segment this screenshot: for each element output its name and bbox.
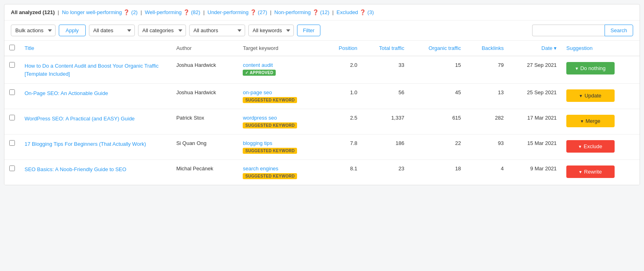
title-link[interactable]: On-Page SEO: An Actionable Guide [25, 90, 108, 96]
suggestion-button[interactable]: Exclude [566, 140, 615, 153]
content-table: Title Author Target keyword Position Tot… [4, 41, 640, 185]
row-organic-traffic: 18 [409, 160, 466, 185]
row-total-traffic: 1,337 [362, 109, 409, 134]
chevron-down-icon [579, 143, 581, 149]
row-date: 27 Sep 2021 [509, 56, 562, 84]
row-checkbox-cell [4, 84, 20, 109]
row-organic-traffic: 15 [409, 56, 466, 84]
bulk-actions-select[interactable]: Bulk actions Delete Merge [11, 25, 56, 36]
row-total-traffic: 33 [362, 56, 409, 84]
row-checkbox-cell [4, 160, 20, 185]
col-keyword: Target keyword [238, 41, 324, 56]
stat-no-longer-well[interactable]: No longer well-performing ❓ (2) [62, 9, 139, 15]
row-title: How to Do a Content Audit and Boost Your… [20, 56, 171, 84]
row-keyword: content audit ✓ APPROVED [238, 56, 324, 84]
row-organic-traffic: 615 [409, 109, 466, 134]
all-authors-select[interactable]: All authors Joshua Hardwick Patrick Stox… [189, 25, 245, 36]
row-author: Joshua Hardwick [171, 56, 238, 84]
col-total-traffic[interactable]: Total traffic [362, 41, 409, 56]
row-checkbox[interactable] [9, 62, 15, 68]
chevron-down-icon [581, 118, 583, 124]
keyword-link[interactable]: wordpress seo [243, 115, 277, 121]
keyword-link[interactable]: on-page seo [243, 89, 272, 95]
col-backlinks[interactable]: Backlinks [466, 41, 508, 56]
row-checkbox-cell [4, 56, 20, 84]
row-suggestion: Update [561, 84, 640, 109]
row-author: Si Quan Ong [171, 134, 238, 160]
stat-well-performing[interactable]: Well-performing ❓ (82) [145, 9, 202, 15]
stats-bar: All analyzed (121) | No longer well-perf… [4, 4, 640, 21]
row-date: 9 Mar 2021 [509, 160, 562, 185]
filter-button[interactable]: Filter [297, 25, 321, 36]
search-input[interactable] [532, 25, 605, 36]
col-author: Author [171, 41, 238, 56]
table-row: How to Do a Content Audit and Boost Your… [4, 56, 640, 84]
suggestion-label: Rewrite [584, 169, 602, 175]
row-keyword: wordpress seo SUGGESTED KEYWORD [238, 109, 324, 134]
col-suggestion[interactable]: Suggestion [561, 41, 640, 56]
suggestion-label: Update [584, 93, 601, 99]
select-all-header [4, 41, 20, 56]
select-all-checkbox[interactable] [9, 45, 15, 50]
stat-under-performing[interactable]: Under-performing ❓ (27) [208, 9, 269, 15]
row-title: On-Page SEO: An Actionable Guide [20, 84, 171, 109]
title-link[interactable]: SEO Basics: A Noob-Friendly Guide to SEO [25, 166, 126, 172]
row-position: 2.5 [324, 109, 362, 134]
col-position[interactable]: Position [324, 41, 362, 56]
row-suggestion: Rewrite [561, 160, 640, 185]
stat-excluded[interactable]: Excluded ❓ (3) [336, 9, 374, 15]
keyword-link[interactable]: search engines [243, 165, 278, 172]
keyword-badge: SUGGESTED KEYWORD [243, 122, 297, 128]
title-link[interactable]: How to Do a Content Audit and Boost Your… [25, 63, 159, 77]
keyword-badge: SUGGESTED KEYWORD [243, 173, 297, 179]
row-title: 17 Blogging Tips For Beginners (That Act… [20, 134, 171, 160]
row-position: 2.0 [324, 56, 362, 84]
table-row: WordPress SEO: A Practical (and EASY) Gu… [4, 109, 640, 134]
row-title: WordPress SEO: A Practical (and EASY) Gu… [20, 109, 171, 134]
keyword-link[interactable]: blogging tips [243, 140, 272, 146]
col-date[interactable]: Date ▾ [509, 41, 562, 56]
keyword-badge: ✓ APPROVED [243, 70, 276, 76]
chevron-down-icon [580, 93, 582, 99]
table-row: 17 Blogging Tips For Beginners (That Act… [4, 134, 640, 160]
all-keywords-select[interactable]: All keywords [248, 25, 294, 36]
row-checkbox[interactable] [9, 165, 15, 171]
suggestion-button[interactable]: Update [566, 89, 615, 102]
row-suggestion: Exclude [561, 134, 640, 160]
row-author: Joshua Hardwick [171, 84, 238, 109]
row-author: Patrick Stox [171, 109, 238, 134]
main-container: All analyzed (121) | No longer well-perf… [4, 4, 640, 185]
row-total-traffic: 23 [362, 160, 409, 185]
col-organic-traffic[interactable]: Organic traffic [409, 41, 466, 56]
row-backlinks: 93 [466, 134, 508, 160]
stat-all-analyzed[interactable]: All analyzed (121) [11, 9, 56, 15]
row-keyword: blogging tips SUGGESTED KEYWORD [238, 134, 324, 160]
stat-non-performing[interactable]: Non-performing ❓ (12) [275, 9, 331, 15]
search-area: Search [532, 25, 633, 36]
apply-button[interactable]: Apply [59, 25, 86, 36]
row-checkbox-cell [4, 109, 20, 134]
row-total-traffic: 186 [362, 134, 409, 160]
suggestion-button[interactable]: Merge [566, 115, 615, 127]
row-total-traffic: 56 [362, 84, 409, 109]
suggestion-label: Do nothing [580, 65, 606, 71]
table-row: On-Page SEO: An Actionable Guide Joshua … [4, 84, 640, 109]
row-date: 15 Mar 2021 [509, 134, 562, 160]
suggestion-label: Merge [586, 118, 601, 124]
row-suggestion: Merge [561, 109, 640, 134]
row-backlinks: 4 [466, 160, 508, 185]
row-checkbox[interactable] [9, 89, 15, 95]
keyword-link[interactable]: content audit [243, 62, 272, 68]
row-checkbox[interactable] [9, 115, 15, 120]
title-link[interactable]: 17 Blogging Tips For Beginners (That Act… [25, 141, 146, 147]
row-position: 1.0 [324, 84, 362, 109]
title-link[interactable]: WordPress SEO: A Practical (and EASY) Gu… [25, 116, 135, 122]
suggestion-button[interactable]: Rewrite [566, 165, 615, 178]
suggestion-label: Exclude [584, 143, 602, 149]
row-checkbox[interactable] [9, 140, 15, 146]
search-button[interactable]: Search [605, 25, 633, 36]
suggestion-button[interactable]: Do nothing [566, 62, 615, 74]
row-keyword: search engines SUGGESTED KEYWORD [238, 160, 324, 185]
all-categories-select[interactable]: All categories SEO Blogging [138, 25, 186, 36]
all-dates-select[interactable]: All dates Last 30 days Last 90 days [89, 25, 135, 36]
